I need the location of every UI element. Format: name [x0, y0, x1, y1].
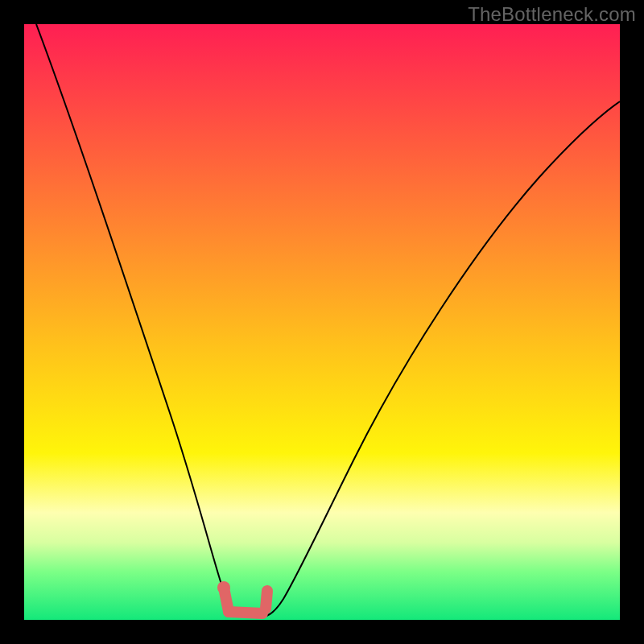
- optimal-marker-right: [266, 591, 267, 609]
- bottleneck-curve: [24, 24, 620, 620]
- curve-path: [36, 24, 620, 617]
- optimal-marker-bottom: [229, 612, 262, 613]
- plot-area: [24, 24, 620, 620]
- chart-frame: TheBottleneck.com: [0, 0, 644, 644]
- watermark-text: TheBottleneck.com: [468, 3, 636, 26]
